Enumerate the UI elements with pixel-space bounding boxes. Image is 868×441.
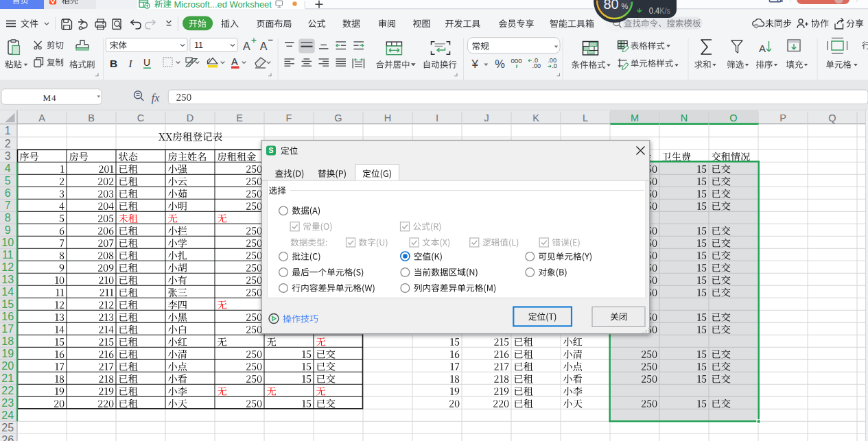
svg-text:%: %	[622, 2, 629, 10]
svg-text:G: G	[334, 112, 342, 123]
svg-text:20: 20	[1, 360, 14, 372]
svg-text:4: 4	[5, 163, 11, 174]
svg-text:7: 7	[5, 200, 11, 211]
svg-text:fx: fx	[152, 92, 160, 104]
svg-text:E: E	[236, 112, 243, 123]
svg-text:A: A	[38, 112, 45, 123]
svg-text:17: 17	[1, 323, 14, 335]
svg-text:D: D	[187, 112, 193, 123]
svg-text:3: 3	[5, 150, 11, 162]
svg-text:5: 5	[5, 175, 11, 187]
svg-text:M: M	[631, 112, 639, 123]
svg-text:O: O	[729, 112, 737, 123]
svg-text:A: A	[260, 40, 268, 52]
svg-text:23: 23	[1, 397, 14, 409]
svg-text:U: U	[143, 57, 150, 68]
svg-text:I: I	[436, 112, 438, 123]
svg-text:12: 12	[1, 261, 14, 273]
svg-text:P: P	[779, 112, 786, 123]
svg-text:9: 9	[5, 224, 11, 236]
svg-text:Q: Q	[828, 112, 836, 123]
svg-text:18: 18	[1, 335, 14, 347]
svg-text:A: A	[231, 56, 238, 67]
svg-text:25: 25	[1, 422, 14, 433]
svg-text:21: 21	[1, 372, 14, 384]
svg-text:11: 11	[2, 249, 14, 261]
svg-text:N: N	[681, 112, 688, 123]
svg-text:19: 19	[1, 348, 14, 359]
svg-text:22: 22	[1, 385, 14, 396]
svg-text:K/s: K/s	[659, 6, 670, 16]
svg-text:24: 24	[1, 409, 14, 421]
svg-text:C: C	[137, 112, 144, 123]
svg-text:S: S	[268, 146, 273, 154]
svg-text:0.4: 0.4	[649, 5, 660, 16]
svg-text:6: 6	[5, 187, 11, 199]
svg-text:B: B	[88, 112, 95, 123]
svg-text:H: H	[384, 112, 391, 123]
svg-text:13: 13	[1, 274, 14, 285]
svg-text:F: F	[286, 112, 292, 123]
svg-text:.0: .0	[552, 62, 557, 69]
svg-text:A: A	[243, 40, 250, 52]
svg-text:16: 16	[1, 311, 14, 322]
svg-text:%: %	[495, 58, 505, 70]
svg-text:000: 000	[511, 57, 522, 64]
svg-text:J: J	[484, 112, 489, 123]
svg-text:8: 8	[5, 212, 11, 224]
svg-text:B: B	[110, 58, 117, 69]
svg-text:14: 14	[1, 286, 14, 298]
svg-text:I: I	[128, 58, 133, 69]
svg-text:1: 1	[5, 125, 11, 136]
svg-text:11: 11	[194, 40, 203, 50]
svg-text:M4: M4	[43, 93, 56, 103]
svg-text:Microsoft...ed Worksheet: Microsoft...ed Worksheet	[174, 0, 272, 10]
svg-text:A: A	[759, 43, 766, 54]
svg-text:10: 10	[1, 237, 14, 248]
svg-text:80: 80	[604, 0, 619, 12]
svg-text:K: K	[532, 112, 539, 123]
svg-text:26: 26	[1, 434, 14, 441]
svg-text:2: 2	[5, 138, 11, 150]
svg-text:¥: ¥	[471, 58, 479, 71]
svg-text:15: 15	[1, 298, 14, 310]
svg-text:L: L	[583, 112, 588, 123]
svg-text:.00: .00	[532, 62, 541, 69]
